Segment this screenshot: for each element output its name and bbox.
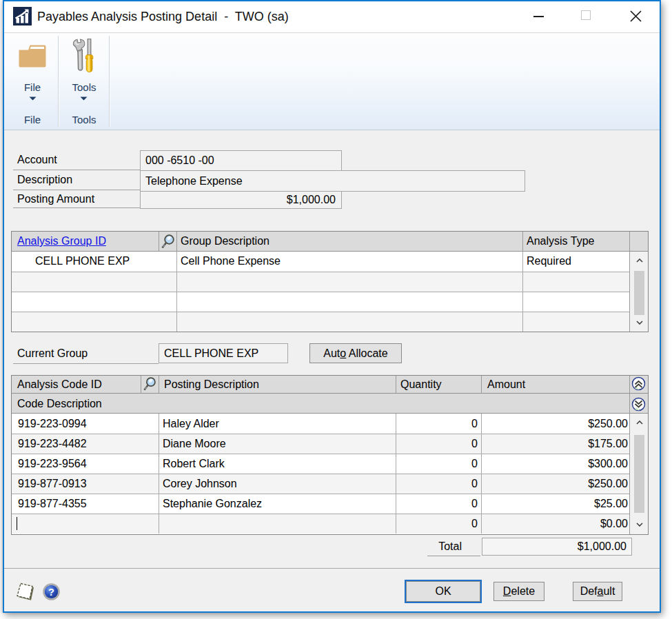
- svg-text:?: ?: [48, 587, 54, 598]
